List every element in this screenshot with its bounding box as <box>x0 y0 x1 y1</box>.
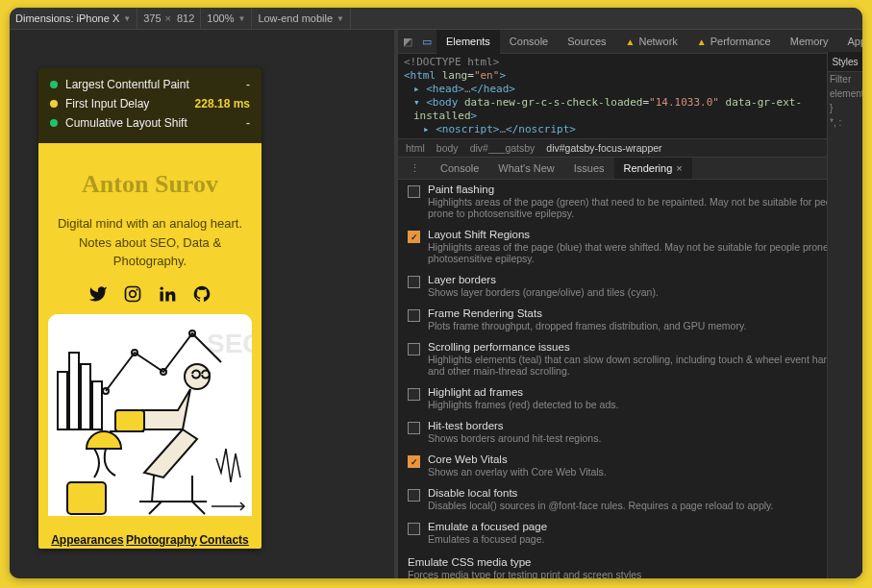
checkbox-layer-borders[interactable] <box>408 276 420 288</box>
option-description: Highlights areas of the page (blue) that… <box>428 241 853 264</box>
drawer-tab-whatsnew[interactable]: What's New <box>488 158 563 179</box>
drawer-tab-issues[interactable]: Issues <box>564 158 614 179</box>
option-description: Highlights areas of the page (green) tha… <box>428 196 853 219</box>
option-label: Highlight ad frames <box>428 386 618 398</box>
option-label: Frame Rendering Stats <box>428 307 746 319</box>
dimension-separator: × <box>165 12 171 24</box>
page-title: Anton Surov <box>38 170 262 199</box>
option-description: Shows layer borders (orange/olive) and t… <box>428 286 659 298</box>
device-viewport: Anton Surov Digital mind with an analog … <box>10 30 394 578</box>
option-description: Emulates a focused page. <box>428 533 547 545</box>
styles-rule: } <box>828 101 862 115</box>
device-toggle-icon[interactable]: ▭ <box>417 36 436 48</box>
svg-point-15 <box>185 364 210 389</box>
device-toolbar: Dimensions: iPhone X▼ 375×812 100%▼ Low-… <box>10 8 862 30</box>
tab-elements[interactable]: Elements <box>436 30 500 54</box>
option-label: Scrolling performance issues <box>428 341 853 353</box>
option-description: Highlights elements (teal) that can slow… <box>428 354 853 377</box>
option-description: Shows borders around hit-test regions. <box>428 432 601 444</box>
cwv-fid-label: First Input Delay <box>65 97 195 110</box>
option-label: Layout Shift Regions <box>428 229 853 240</box>
checkbox-frame-stats[interactable] <box>408 309 420 322</box>
styles-tab[interactable]: Styles <box>828 52 862 72</box>
nav-link-contacts[interactable]: Contacts <box>199 533 248 547</box>
cwv-lcp-value: - <box>246 78 250 91</box>
chevron-down-icon: ▼ <box>237 14 245 23</box>
chevron-down-icon: ▼ <box>336 14 344 23</box>
option-label: Layer borders <box>428 274 659 285</box>
tab-application[interactable]: Application <box>837 30 862 53</box>
twitter-icon[interactable] <box>88 284 108 306</box>
checkbox-hittest[interactable] <box>408 422 420 434</box>
linkedin-icon[interactable] <box>158 284 177 306</box>
tab-network[interactable]: ▲Network <box>616 30 687 53</box>
option-description: Disables local() sources in @font-face r… <box>428 500 773 511</box>
core-web-vitals-overlay: Largest Contentful Paint- First Input De… <box>38 68 262 143</box>
tab-console[interactable]: Console <box>500 30 558 53</box>
option-description: Plots frame throughput, dropped frames d… <box>428 320 746 331</box>
checkbox-paint-flashing[interactable] <box>408 185 420 198</box>
status-dot-good <box>50 119 58 127</box>
instagram-icon[interactable] <box>123 284 142 306</box>
cwv-cls-value: - <box>246 116 250 130</box>
option-label: Emulate a focused page <box>428 521 547 532</box>
rendering-panel: Paint flashingHighlights areas of the pa… <box>398 180 862 578</box>
close-icon[interactable]: × <box>676 162 682 174</box>
styles-rule: element <box>828 86 862 101</box>
section-title: Emulate CSS media type <box>408 556 853 568</box>
option-label: Core Web Vitals <box>428 453 607 465</box>
checkbox-local-fonts[interactable] <box>408 489 420 502</box>
throttle-select[interactable]: Low-end mobile▼ <box>252 8 351 29</box>
nav-link-appearances[interactable]: Appearances <box>51 533 123 547</box>
status-dot-warn <box>50 100 58 108</box>
dom-tree[interactable]: <!DOCTYPE html> <html lang="en"> ▸ <head… <box>398 54 862 138</box>
checkbox-focused-page[interactable] <box>408 523 420 535</box>
option-label: Disable local fonts <box>428 487 773 499</box>
breadcrumb-item[interactable]: html <box>406 142 425 154</box>
tab-memory[interactable]: Memory <box>781 30 838 53</box>
page-tagline: Digital mind with an analog heart. Notes… <box>38 214 262 271</box>
svg-rect-20 <box>67 482 106 514</box>
drawer-tab-console[interactable]: Console <box>431 158 488 179</box>
hero-illustration: SEO <box>48 314 252 516</box>
cwv-lcp-label: Largest Contentful Paint <box>65 78 246 91</box>
main-panel-tabs: ◩ ▭ Elements Console Sources ▲Network ▲P… <box>398 30 862 54</box>
device-width[interactable]: 375 <box>143 12 161 24</box>
cwv-fid-value: 228.18 ms <box>195 97 250 110</box>
drawer-tab-rendering[interactable]: Rendering× <box>614 158 692 179</box>
svg-rect-16 <box>115 410 144 431</box>
checkbox-cwv[interactable] <box>408 455 420 468</box>
warning-icon: ▲ <box>697 37 707 47</box>
checkbox-scroll-perf[interactable] <box>408 343 420 355</box>
zoom-select[interactable]: 100%▼ <box>201 8 252 29</box>
styles-filter[interactable]: Filter <box>828 72 862 86</box>
section-description: Forces media type for testing print and … <box>408 569 853 578</box>
breadcrumb-item[interactable]: body <box>436 142 459 154</box>
svg-point-4 <box>161 286 163 289</box>
breadcrumb-item[interactable]: div#gatsby-focus-wrapper <box>546 142 661 154</box>
status-dot-good <box>50 81 58 88</box>
svg-point-1 <box>130 290 137 297</box>
nav-link-photography[interactable]: Photography <box>126 533 197 547</box>
tab-sources[interactable]: Sources <box>558 30 615 53</box>
option-description: Shows an overlay with Core Web Vitals. <box>428 466 607 478</box>
breadcrumb: html body div#___gatsby div#gatsby-focus… <box>398 138 862 158</box>
svg-rect-3 <box>161 291 163 301</box>
device-select[interactable]: Dimensions: iPhone X▼ <box>10 8 137 29</box>
github-icon[interactable] <box>192 284 212 306</box>
cwv-cls-label: Cumulative Layout Shift <box>65 116 246 130</box>
chevron-down-icon: ▼ <box>123 14 131 23</box>
drawer-menu-icon[interactable]: ⋮ <box>398 158 431 179</box>
svg-point-2 <box>137 288 138 290</box>
breadcrumb-item[interactable]: div#___gatsby <box>470 142 536 154</box>
styles-rule: *, : <box>828 115 862 130</box>
warning-icon: ▲ <box>626 37 635 47</box>
checkbox-layout-shift[interactable] <box>408 231 420 243</box>
option-description: Highlights frames (red) detected to be a… <box>428 399 618 410</box>
device-height[interactable]: 812 <box>177 12 194 24</box>
drawer-tabs: ⋮ Console What's New Issues Rendering× <box>398 158 862 180</box>
tab-performance[interactable]: ▲Performance <box>687 30 781 53</box>
option-label: Hit-test borders <box>428 420 601 431</box>
inspect-icon[interactable]: ◩ <box>398 36 417 48</box>
checkbox-ad-frames[interactable] <box>408 388 420 401</box>
